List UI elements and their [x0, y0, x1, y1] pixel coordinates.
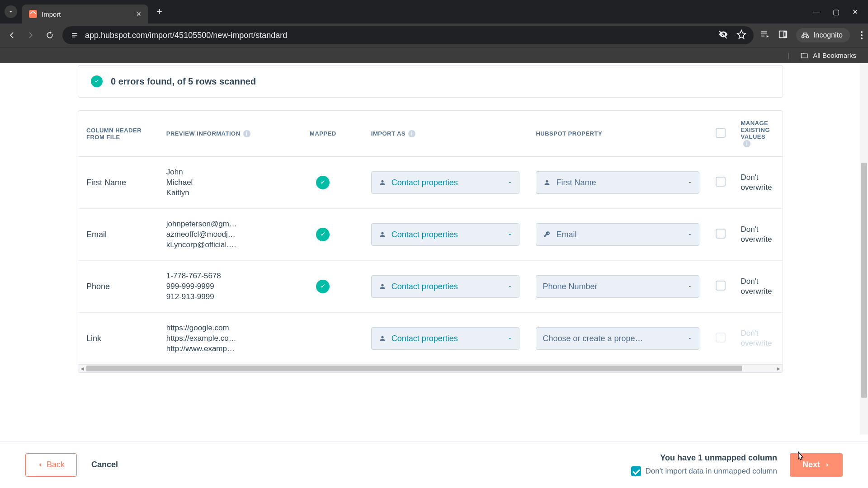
import-as-dropdown[interactable]: Contact properties: [371, 275, 520, 298]
dont-import-unmapped-label: Don't import data in unmapped column: [646, 467, 777, 476]
overwrite-checkbox-cell: [708, 209, 732, 261]
mapped-cell: [283, 313, 363, 365]
horizontal-scrollbar[interactable]: ◄ ►: [78, 364, 783, 372]
import-as-label: Contact properties: [392, 282, 503, 291]
overwrite-label-cell: Don't overwrite: [732, 209, 783, 261]
info-icon[interactable]: i: [408, 130, 415, 137]
dont-import-unmapped-checkbox[interactable]: [631, 466, 641, 476]
table-row: Phone1-778-767-5678999-999-9999912-913-9…: [78, 261, 783, 313]
import-as-label: Contact properties: [392, 178, 503, 188]
nav-reload-button[interactable]: [43, 29, 56, 42]
person-icon: [378, 335, 387, 342]
check-circle-icon: [316, 228, 330, 241]
browser-menu-button[interactable]: [861, 31, 863, 39]
hubspot-property-dropdown[interactable]: First Name: [536, 171, 699, 194]
tab-search-button[interactable]: [5, 5, 17, 18]
property-cell: Phone Number: [528, 261, 708, 313]
import-as-label: Contact properties: [392, 334, 503, 343]
back-button[interactable]: Back: [25, 453, 77, 477]
overwrite-checkbox: [716, 333, 726, 343]
th-hubspot-property: HUBSPOT PROPERTY: [528, 111, 708, 157]
chevron-down-icon: [507, 178, 513, 188]
overwrite-checkbox[interactable]: [716, 229, 726, 239]
chevron-down-icon: [507, 282, 513, 291]
window-controls: ― ▢ ✕: [813, 8, 868, 16]
hubspot-property-dropdown[interactable]: Email: [536, 223, 699, 246]
new-tab-button[interactable]: +: [156, 6, 162, 18]
cancel-button[interactable]: Cancel: [91, 460, 118, 469]
property-cell: First Name: [528, 157, 708, 209]
info-icon[interactable]: i: [243, 130, 250, 137]
table-row: First NameJohnMichaelKaitlynContact prop…: [78, 157, 783, 209]
hubspot-property-dropdown[interactable]: Choose or create a prope…: [536, 327, 699, 350]
column-header-cell: Email: [78, 209, 158, 261]
person-icon: [378, 283, 387, 290]
url-text: app.hubspot.com/import/45105500/new-impo…: [85, 31, 287, 40]
bookmarks-bar: | All Bookmarks: [0, 47, 868, 63]
th-preview: PREVIEW INFORMATIONi: [158, 111, 283, 157]
import-as-cell: Contact properties: [363, 313, 528, 365]
table-row: Emailjohnpeterson@gm…azmeoffcl@moodj…kLy…: [78, 209, 783, 261]
all-bookmarks-button[interactable]: All Bookmarks: [813, 52, 856, 59]
property-label: Choose or create a prope…: [542, 334, 683, 343]
select-all-checkbox[interactable]: [716, 128, 726, 138]
import-as-dropdown[interactable]: Contact properties: [371, 223, 520, 246]
preview-cell: JohnMichaelKaitlyn: [158, 157, 283, 209]
window-maximize-button[interactable]: ▢: [833, 8, 840, 16]
browser-tab[interactable]: Import ×: [22, 5, 148, 23]
overwrite-label-cell: Don't overwrite: [732, 261, 783, 313]
table-row: Linkhttps://google.comhttps://example.co…: [78, 313, 783, 365]
window-close-button[interactable]: ✕: [852, 8, 858, 16]
hubspot-property-dropdown[interactable]: Phone Number: [536, 275, 699, 298]
import-as-dropdown[interactable]: Contact properties: [371, 171, 520, 194]
key-icon: [542, 231, 552, 238]
back-button-label: Back: [47, 460, 65, 469]
chevron-down-icon: [687, 230, 693, 239]
window-minimize-button[interactable]: ―: [813, 8, 820, 16]
preview-cell: 1-778-767-5678999-999-9999912-913-9999: [158, 261, 283, 313]
person-icon: [378, 179, 387, 186]
overwrite-checkbox[interactable]: [716, 281, 726, 291]
nav-forward-button[interactable]: [24, 29, 37, 42]
overwrite-checkbox-cell: [708, 313, 732, 365]
column-header-cell: First Name: [78, 157, 158, 209]
hubspot-favicon-icon: [29, 10, 37, 18]
property-cell: Email: [528, 209, 708, 261]
overwrite-label-cell: Don't overwrite: [732, 157, 783, 209]
bookmark-star-icon[interactable]: [736, 29, 746, 41]
mapped-cell: [283, 157, 363, 209]
property-label: Phone Number: [542, 282, 683, 291]
column-header-cell: Link: [78, 313, 158, 365]
unmapped-warning-text: You have 1 unmapped column: [631, 453, 777, 463]
tab-close-button[interactable]: ×: [136, 9, 141, 19]
import-as-label: Contact properties: [392, 230, 503, 239]
folder-icon: [800, 52, 808, 60]
overwrite-checkbox[interactable]: [716, 177, 726, 187]
scan-status-text: 0 errors found, of 5 rows scanned: [111, 76, 256, 87]
th-manage-existing: MANAGE EXISTING VALUESi: [732, 111, 783, 157]
visibility-off-icon[interactable]: [718, 29, 728, 41]
nav-back-button[interactable]: [5, 29, 18, 42]
vertical-scrollbar[interactable]: [860, 63, 868, 435]
media-control-icon[interactable]: [760, 29, 770, 41]
wizard-footer: Back Cancel You have 1 unmapped column D…: [0, 441, 868, 488]
address-bar[interactable]: app.hubspot.com/import/45105500/new-impo…: [62, 26, 754, 44]
import-as-cell: Contact properties: [363, 209, 528, 261]
overwrite-label-cell: Don't overwrite: [732, 313, 783, 365]
chevron-down-icon: [507, 334, 513, 343]
chevron-down-icon: [687, 334, 693, 343]
check-circle-icon: [316, 176, 330, 189]
side-panel-icon[interactable]: [778, 29, 788, 41]
th-select-all: [708, 111, 732, 157]
import-as-dropdown[interactable]: Contact properties: [371, 327, 520, 350]
mapping-table: COLUMN HEADER FROM FILE PREVIEW INFORMAT…: [78, 110, 783, 373]
cursor-pointer-icon: [795, 451, 806, 464]
person-icon: [542, 179, 552, 186]
th-column-header: COLUMN HEADER FROM FILE: [78, 111, 158, 157]
th-mapped: MAPPED: [283, 111, 363, 157]
site-info-icon[interactable]: [70, 30, 80, 40]
preview-cell: https://google.comhttps://example.co…htt…: [158, 313, 283, 365]
info-icon[interactable]: i: [743, 140, 750, 147]
check-circle-icon: [91, 75, 103, 87]
incognito-indicator[interactable]: Incognito: [796, 28, 850, 42]
